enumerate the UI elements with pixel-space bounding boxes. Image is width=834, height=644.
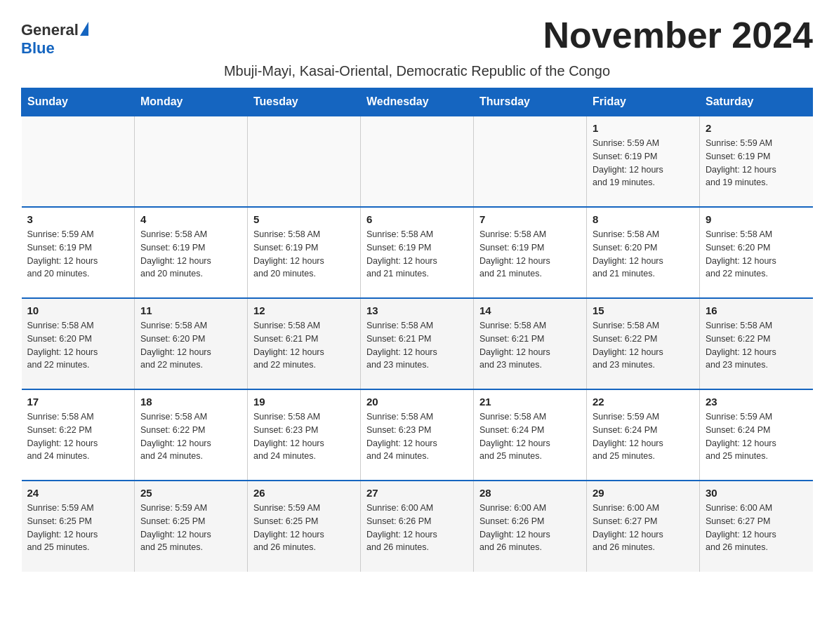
calendar-cell: 19Sunrise: 5:58 AM Sunset: 6:23 PM Dayli… — [248, 389, 361, 481]
logo-text-blue: Blue — [21, 39, 55, 58]
day-info: Sunrise: 5:58 AM Sunset: 6:22 PM Dayligh… — [593, 319, 694, 372]
day-number: 4 — [140, 213, 241, 225]
day-info: Sunrise: 5:58 AM Sunset: 6:21 PM Dayligh… — [253, 319, 355, 372]
day-number: 3 — [27, 213, 129, 225]
calendar-cell: 16Sunrise: 5:58 AM Sunset: 6:22 PM Dayli… — [700, 298, 813, 389]
day-number: 18 — [140, 396, 241, 408]
calendar-cell — [135, 116, 248, 207]
calendar-header-row: SundayMondayTuesdayWednesdayThursdayFrid… — [22, 88, 813, 116]
calendar-cell: 28Sunrise: 6:00 AM Sunset: 6:26 PM Dayli… — [474, 481, 587, 572]
calendar-cell — [474, 116, 587, 207]
month-title: November 2024 — [543, 14, 813, 56]
day-info: Sunrise: 5:58 AM Sunset: 6:20 PM Dayligh… — [140, 319, 241, 372]
calendar-cell — [22, 116, 135, 207]
day-number: 14 — [479, 304, 581, 316]
day-info: Sunrise: 5:58 AM Sunset: 6:21 PM Dayligh… — [479, 319, 581, 372]
calendar-cell: 30Sunrise: 6:00 AM Sunset: 6:27 PM Dayli… — [700, 481, 813, 572]
calendar-cell: 29Sunrise: 6:00 AM Sunset: 6:27 PM Dayli… — [587, 481, 700, 572]
calendar-cell — [361, 116, 474, 207]
day-info: Sunrise: 5:58 AM Sunset: 6:20 PM Dayligh… — [593, 228, 694, 281]
calendar-cell: 5Sunrise: 5:58 AM Sunset: 6:19 PM Daylig… — [248, 207, 361, 298]
calendar-cell: 15Sunrise: 5:58 AM Sunset: 6:22 PM Dayli… — [587, 298, 700, 389]
calendar-cell: 13Sunrise: 5:58 AM Sunset: 6:21 PM Dayli… — [361, 298, 474, 389]
calendar-cell: 8Sunrise: 5:58 AM Sunset: 6:20 PM Daylig… — [587, 207, 700, 298]
col-header-friday: Friday — [587, 88, 700, 116]
calendar-cell: 26Sunrise: 5:59 AM Sunset: 6:25 PM Dayli… — [248, 481, 361, 572]
calendar-cell: 9Sunrise: 5:58 AM Sunset: 6:20 PM Daylig… — [700, 207, 813, 298]
day-info: Sunrise: 6:00 AM Sunset: 6:26 PM Dayligh… — [366, 502, 468, 554]
calendar-cell: 24Sunrise: 5:59 AM Sunset: 6:25 PM Dayli… — [22, 481, 135, 572]
day-info: Sunrise: 5:58 AM Sunset: 6:20 PM Dayligh… — [27, 319, 129, 372]
day-number: 1 — [593, 122, 694, 134]
calendar-cell: 27Sunrise: 6:00 AM Sunset: 6:26 PM Dayli… — [361, 481, 474, 572]
logo-triangle-icon — [80, 22, 88, 36]
calendar-week-row: 10Sunrise: 5:58 AM Sunset: 6:20 PM Dayli… — [22, 298, 813, 389]
day-number: 21 — [479, 396, 581, 408]
day-info: Sunrise: 5:58 AM Sunset: 6:20 PM Dayligh… — [706, 228, 807, 281]
day-info: Sunrise: 5:58 AM Sunset: 6:19 PM Dayligh… — [140, 228, 241, 281]
day-info: Sunrise: 5:58 AM Sunset: 6:19 PM Dayligh… — [479, 228, 581, 281]
calendar-cell: 10Sunrise: 5:58 AM Sunset: 6:20 PM Dayli… — [22, 298, 135, 389]
calendar-cell: 6Sunrise: 5:58 AM Sunset: 6:19 PM Daylig… — [361, 207, 474, 298]
calendar-cell: 18Sunrise: 5:58 AM Sunset: 6:22 PM Dayli… — [135, 389, 248, 481]
calendar-table: SundayMondayTuesdayWednesdayThursdayFrid… — [21, 88, 813, 572]
calendar-cell: 17Sunrise: 5:58 AM Sunset: 6:22 PM Dayli… — [22, 389, 135, 481]
calendar-week-row: 1Sunrise: 5:59 AM Sunset: 6:19 PM Daylig… — [22, 116, 813, 207]
day-info: Sunrise: 5:58 AM Sunset: 6:19 PM Dayligh… — [366, 228, 468, 281]
day-info: Sunrise: 5:59 AM Sunset: 6:24 PM Dayligh… — [593, 410, 694, 463]
day-number: 15 — [593, 304, 694, 316]
day-number: 17 — [27, 396, 129, 408]
day-number: 7 — [479, 213, 581, 225]
day-info: Sunrise: 5:58 AM Sunset: 6:19 PM Dayligh… — [253, 228, 355, 281]
col-header-tuesday: Tuesday — [248, 88, 361, 116]
day-number: 22 — [593, 396, 694, 408]
calendar-cell: 23Sunrise: 5:59 AM Sunset: 6:24 PM Dayli… — [700, 389, 813, 481]
day-info: Sunrise: 6:00 AM Sunset: 6:27 PM Dayligh… — [593, 502, 694, 554]
calendar-cell: 22Sunrise: 5:59 AM Sunset: 6:24 PM Dayli… — [587, 389, 700, 481]
day-info: Sunrise: 5:58 AM Sunset: 6:23 PM Dayligh… — [366, 410, 468, 463]
day-info: Sunrise: 5:59 AM Sunset: 6:25 PM Dayligh… — [140, 502, 241, 554]
day-number: 23 — [706, 396, 807, 408]
day-number: 11 — [140, 304, 241, 316]
day-number: 30 — [706, 487, 807, 499]
logo: General Blue — [21, 21, 88, 58]
day-info: Sunrise: 5:58 AM Sunset: 6:23 PM Dayligh… — [253, 410, 355, 463]
day-info: Sunrise: 5:59 AM Sunset: 6:25 PM Dayligh… — [27, 502, 129, 554]
day-info: Sunrise: 5:58 AM Sunset: 6:22 PM Dayligh… — [706, 319, 807, 372]
calendar-week-row: 3Sunrise: 5:59 AM Sunset: 6:19 PM Daylig… — [22, 207, 813, 298]
day-number: 5 — [253, 213, 355, 225]
day-info: Sunrise: 5:59 AM Sunset: 6:19 PM Dayligh… — [27, 228, 129, 281]
day-info: Sunrise: 5:58 AM Sunset: 6:22 PM Dayligh… — [27, 410, 129, 463]
logo-mark: General Blue — [21, 21, 88, 58]
location-subtitle: Mbuji-Mayi, Kasai-Oriental, Democratic R… — [21, 63, 813, 79]
day-number: 9 — [706, 213, 807, 225]
page-header: General Blue November 2024 — [21, 14, 813, 58]
col-header-monday: Monday — [135, 88, 248, 116]
col-header-sunday: Sunday — [22, 88, 135, 116]
calendar-cell: 12Sunrise: 5:58 AM Sunset: 6:21 PM Dayli… — [248, 298, 361, 389]
day-number: 29 — [593, 487, 694, 499]
logo-text-general: General — [21, 21, 79, 39]
day-info: Sunrise: 5:59 AM Sunset: 6:24 PM Dayligh… — [706, 410, 807, 463]
calendar-cell: 25Sunrise: 5:59 AM Sunset: 6:25 PM Dayli… — [135, 481, 248, 572]
calendar-cell: 20Sunrise: 5:58 AM Sunset: 6:23 PM Dayli… — [361, 389, 474, 481]
day-number: 28 — [479, 487, 581, 499]
day-number: 24 — [27, 487, 129, 499]
day-info: Sunrise: 6:00 AM Sunset: 6:26 PM Dayligh… — [479, 502, 581, 554]
day-number: 6 — [366, 213, 468, 225]
day-number: 16 — [706, 304, 807, 316]
calendar-week-row: 17Sunrise: 5:58 AM Sunset: 6:22 PM Dayli… — [22, 389, 813, 481]
calendar-cell: 3Sunrise: 5:59 AM Sunset: 6:19 PM Daylig… — [22, 207, 135, 298]
day-number: 12 — [253, 304, 355, 316]
day-number: 2 — [706, 122, 807, 134]
day-number: 25 — [140, 487, 241, 499]
calendar-cell: 1Sunrise: 5:59 AM Sunset: 6:19 PM Daylig… — [587, 116, 700, 207]
day-info: Sunrise: 6:00 AM Sunset: 6:27 PM Dayligh… — [706, 502, 807, 554]
col-header-wednesday: Wednesday — [361, 88, 474, 116]
calendar-cell — [248, 116, 361, 207]
calendar-cell: 11Sunrise: 5:58 AM Sunset: 6:20 PM Dayli… — [135, 298, 248, 389]
day-number: 19 — [253, 396, 355, 408]
col-header-saturday: Saturday — [700, 88, 813, 116]
col-header-thursday: Thursday — [474, 88, 587, 116]
day-info: Sunrise: 5:58 AM Sunset: 6:22 PM Dayligh… — [140, 410, 241, 463]
